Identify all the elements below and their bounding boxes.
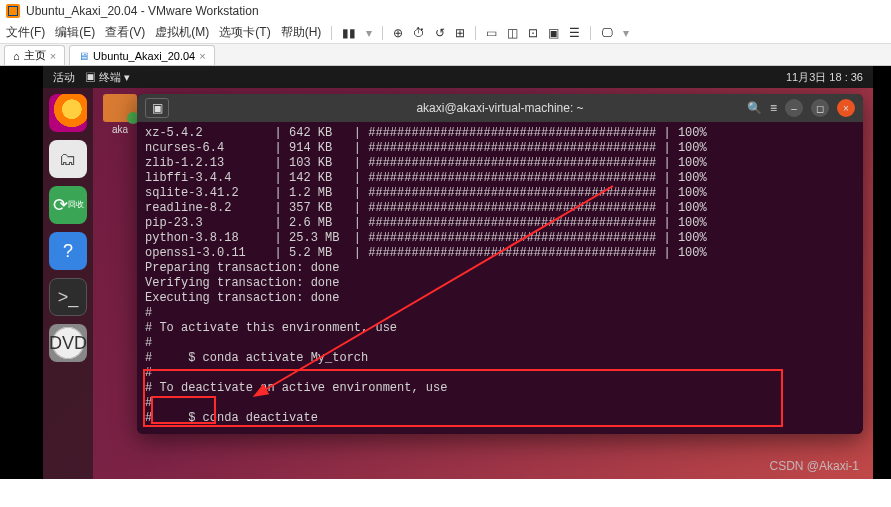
vmware-title-text: Ubuntu_Akaxi_20.04 - VMware Workstation xyxy=(26,4,259,18)
desktop-folder-label: aka xyxy=(112,124,128,135)
terminal-window[interactable]: ▣ akaxi@akaxi-virtual-machine: ~ 🔍 ≡ – ◻… xyxy=(137,94,863,434)
vmware-menubar: 文件(F) 编辑(E) 查看(V) 虚拟机(M) 选项卡(T) 帮助(H) ▮▮… xyxy=(0,22,891,44)
separator xyxy=(331,26,332,40)
menu-view[interactable]: 查看(V) xyxy=(105,24,145,41)
terminal-icon: ▣ xyxy=(85,71,99,83)
library-icon[interactable]: ☰ xyxy=(569,26,580,40)
activities-button[interactable]: 活动 xyxy=(53,70,75,85)
send-ctrlaltdel-icon[interactable]: ⊕ xyxy=(393,26,403,40)
tab-vm-label: Ubuntu_Akaxi_20.04 xyxy=(93,50,195,62)
ubuntu-desktop[interactable]: 活动 ▣ 终端 ▾ 11月3日 18 : 36 🗂 ⟳回收 ? >_ DVD a… xyxy=(43,66,873,479)
folder-icon xyxy=(103,94,137,122)
vm-dropdown-icon[interactable]: ▾ xyxy=(366,26,372,40)
guest-letterbox-right xyxy=(873,66,891,479)
dock-files-icon[interactable]: 🗂 xyxy=(49,140,87,178)
close-icon[interactable]: × xyxy=(50,50,56,62)
menu-vm[interactable]: 虚拟机(M) xyxy=(155,24,209,41)
pause-icon[interactable]: ▮▮ xyxy=(342,26,356,40)
dock-terminal-icon[interactable]: >_ xyxy=(49,278,87,316)
thumbnail-icon[interactable]: ⊡ xyxy=(528,26,538,40)
menu-file[interactable]: 文件(F) xyxy=(6,24,45,41)
screenshot-dropdown-icon[interactable]: ▾ xyxy=(623,26,629,40)
focused-app-indicator[interactable]: ▣ 终端 ▾ xyxy=(85,70,130,85)
screenshot-icon[interactable]: 🖵 xyxy=(601,26,613,40)
terminal-titlebar[interactable]: ▣ akaxi@akaxi-virtual-machine: ~ 🔍 ≡ – ◻… xyxy=(137,94,863,122)
ubuntu-dock: 🗂 ⟳回收 ? >_ DVD xyxy=(43,88,93,479)
snapshot-icon[interactable]: ⏱ xyxy=(413,26,425,40)
gnome-topbar: 活动 ▣ 终端 ▾ 11月3日 18 : 36 xyxy=(43,66,873,88)
separator xyxy=(475,26,476,40)
tab-home-label: 主页 xyxy=(24,48,46,63)
unity-icon[interactable]: ◫ xyxy=(507,26,518,40)
vmware-tabstrip: ⌂ 主页 × 🖥 Ubuntu_Akaxi_20.04 × xyxy=(0,44,891,66)
dock-dvd-icon[interactable]: DVD xyxy=(49,324,87,362)
clock[interactable]: 11月3日 18 : 36 xyxy=(786,70,863,85)
snapshot-manager-icon[interactable]: ⊞ xyxy=(455,26,465,40)
dock-firefox-icon[interactable] xyxy=(49,94,87,132)
tab-vm[interactable]: 🖥 Ubuntu_Akaxi_20.04 × xyxy=(69,45,215,65)
monitor-icon: 🖥 xyxy=(78,50,89,62)
close-icon[interactable]: × xyxy=(199,50,205,62)
snapshot-revert-icon[interactable]: ↺ xyxy=(435,26,445,40)
vmware-logo-icon xyxy=(6,4,20,18)
terminal-title: akaxi@akaxi-virtual-machine: ~ xyxy=(137,101,863,115)
menu-edit[interactable]: 编辑(E) xyxy=(55,24,95,41)
fullscreen-icon[interactable]: ▭ xyxy=(486,26,497,40)
guest-display: 活动 ▣ 终端 ▾ 11月3日 18 : 36 🗂 ⟳回收 ? >_ DVD a… xyxy=(0,66,891,479)
vmware-titlebar: Ubuntu_Akaxi_20.04 - VMware Workstation xyxy=(0,0,891,22)
home-icon: ⌂ xyxy=(13,50,20,62)
tab-home[interactable]: ⌂ 主页 × xyxy=(4,45,65,65)
menu-help[interactable]: 帮助(H) xyxy=(281,24,322,41)
watermark: CSDN @Akaxi-1 xyxy=(769,459,859,473)
guest-letterbox-left xyxy=(0,66,43,479)
terminal-output[interactable]: xz-5.4.2 | 642 KB | ####################… xyxy=(137,122,863,434)
separator xyxy=(382,26,383,40)
multimon-icon[interactable]: ▣ xyxy=(548,26,559,40)
dock-software-icon[interactable]: ⟳回收 xyxy=(49,186,87,224)
separator xyxy=(590,26,591,40)
dock-help-icon[interactable]: ? xyxy=(49,232,87,270)
desktop-folder[interactable]: aka xyxy=(103,94,137,135)
menu-tabs[interactable]: 选项卡(T) xyxy=(219,24,270,41)
